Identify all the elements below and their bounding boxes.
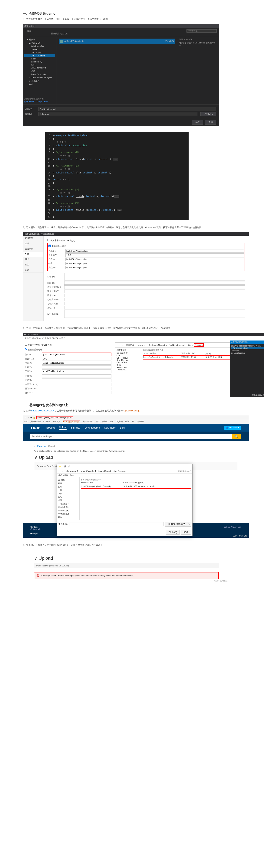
tree-item[interactable]: ▷ 联机 — [24, 83, 55, 86]
filter-select[interactable]: 所有支持的类型 — [165, 522, 191, 527]
pkg-ver-input[interactable] — [42, 357, 111, 361]
nav-docs[interactable]: Documentation — [85, 427, 100, 429]
sidebar-item[interactable]: 应用程序 — [23, 236, 43, 241]
open-button[interactable]: 打开(O) — [166, 530, 180, 535]
desc-input[interactable] — [64, 273, 245, 280]
tree-item-selected[interactable]: .NET Standard — [24, 54, 55, 57]
error-icon: ✕ — [36, 574, 39, 577]
name-input[interactable] — [38, 107, 216, 111]
dialog-file-list[interactable]: 名称 修改日期 类型 大小 netstandard2.02019/10/24 1… — [80, 477, 192, 520]
tree-item[interactable]: ▲ Visual C# — [24, 41, 55, 44]
tree-item[interactable]: .NET Core — [24, 51, 55, 54]
section1-title: 一、创建公共库demo — [23, 11, 241, 16]
projurl-input[interactable] — [64, 289, 245, 293]
nav-upload[interactable]: Upload — [59, 426, 67, 430]
sidebar-item[interactable]: 调试 — [23, 257, 43, 262]
nav-packages[interactable]: Packages — [45, 427, 55, 429]
tree-item[interactable]: ▷ Azure Data Lake — [24, 73, 55, 76]
step-2-2: 2、如果提示下面这个，说明你的包id被占用了，在程序里面修改包ID再打包试下 — [23, 544, 241, 547]
license-checkbox[interactable] — [49, 245, 51, 247]
gen-nuget-checkbox[interactable] — [47, 239, 50, 241]
search-button[interactable]: 🔍 — [232, 434, 241, 439]
template-list: 类库(.NET Standard) Visual C# — [57, 36, 177, 104]
solution-explorer[interactable]: 解决方案资源管理器 解决方案'TestNugetUpload'(1 个项目) ▲… — [230, 341, 264, 397]
cancel-button[interactable]: 取消 — [205, 120, 216, 125]
nuget-link[interactable]: https://www.nuget.org/ — [31, 409, 54, 412]
explorer-tree[interactable]: # 快速访问 uni-app相关 CLI Qt_HouseUI Xml_Read… — [115, 348, 142, 374]
tree-item[interactable]: Extensibility — [24, 60, 55, 63]
sidebar-item[interactable]: 签名 — [23, 262, 43, 267]
dialog-sidebar[interactable]: 3D 对象 视频 图片 文档 下载 音乐 桌面 本地磁盘 (C:) 本地磁盘 (… — [57, 477, 80, 520]
cancel-button[interactable]: 取消 — [181, 530, 191, 535]
pkg-id-input[interactable] — [42, 352, 111, 356]
release-folder[interactable]: Release — [194, 343, 204, 347]
filename-input[interactable] — [70, 522, 163, 526]
licurl-input[interactable] — [42, 383, 111, 386]
sidebar-item-package[interactable]: 打包 — [23, 251, 43, 257]
pkg-author-input[interactable] — [42, 361, 111, 365]
csharp-icon — [60, 40, 63, 43]
recent-node[interactable]: ▷ 最近 — [25, 30, 31, 32]
installed-node[interactable]: ▲ 已安装 — [24, 38, 55, 41]
copyright-input[interactable] — [42, 378, 111, 382]
editor-tabs: TestNugetUpload ▸ × Caculation.cs — [23, 232, 249, 236]
repotype-input[interactable] — [64, 302, 245, 305]
nav-downloads[interactable]: Downloads — [104, 427, 115, 429]
copyright-input[interactable] — [64, 281, 245, 285]
props-sidebar: 应用程序 生成 生成事件 打包 调试 签名 资源 — [23, 236, 44, 321]
ok-button[interactable]: 确定 — [192, 120, 203, 125]
tree-item[interactable]: 测试 — [24, 69, 55, 73]
project-tree[interactable]: ▲ 已安装 ▲ Visual C# Windows 桌面 ▷ Web .NET … — [23, 36, 57, 104]
nav-blog[interactable]: Blog — [120, 427, 125, 429]
tree-item[interactable]: Windows 桌面 — [24, 44, 55, 48]
tree-item[interactable]: ▷ 其他语言 — [24, 79, 55, 83]
step-1-3: 3、之后，右键项目，选择打包，就会生成一个nuget包到相应目录下，大家可以看下… — [23, 327, 241, 330]
desc-input[interactable] — [42, 374, 111, 378]
url-input[interactable]: www.nuget.org/packages/manage/upload — [36, 416, 73, 419]
browse-button[interactable]: 浏览(B)... — [201, 112, 216, 116]
license-checkbox[interactable] — [25, 348, 27, 350]
gen-nuget-checkbox[interactable] — [25, 343, 27, 346]
sidebar-item[interactable]: 生成事件 — [23, 246, 43, 251]
sidebar-item[interactable]: 生成 — [23, 241, 43, 246]
user-menu[interactable]: 👤 luoocean ▾ — [224, 426, 241, 430]
tree-item[interactable]: ▷ Web — [24, 48, 55, 51]
back-icon[interactable]: ← — [24, 416, 26, 418]
vs-new-project-dialog: 添加新项目 ▷ 最近 排序依据：默认值 ▲ 已安装 ▲ Visual C# Wi… — [23, 24, 219, 126]
tree-item[interactable]: ▷ Azure Stream Analytics — [24, 76, 55, 79]
nav-stats[interactable]: Statistics — [71, 427, 80, 429]
selected-nupkg[interactable]: ly.zhd.TestNugetUpload.1.0.0.nupkg2019/1… — [81, 485, 191, 489]
pkg-ver-input[interactable] — [65, 253, 244, 257]
pkg-id-input[interactable] — [65, 249, 244, 253]
watermark: CSDN @QM Stu — [252, 394, 264, 396]
dialog-address[interactable]: ← → ↑ « luoyang › TestNugetUpload › Test… — [57, 469, 192, 474]
licurl-input[interactable] — [64, 285, 245, 289]
sidebar-item[interactable]: 资源 — [23, 267, 43, 273]
reload-icon[interactable]: ⟳ — [30, 416, 32, 418]
nuget-logo[interactable]: ◆ nuget — [30, 426, 41, 429]
tree-item[interactable]: WCF — [24, 63, 55, 66]
crumb-packages[interactable]: Packages — [37, 445, 46, 447]
forward-icon[interactable]: → — [27, 416, 29, 418]
notes-input[interactable] — [64, 310, 245, 318]
pkg-product-input[interactable] — [65, 266, 244, 269]
pkg-product-input[interactable] — [42, 370, 111, 373]
iconurl-input[interactable] — [42, 391, 111, 394]
open-installer-link[interactable]: 打开 Visual Studio 安装程序 — [24, 100, 55, 103]
tree-item[interactable]: Cloud — [24, 57, 55, 60]
pkg-author-input[interactable] — [65, 257, 244, 261]
template-name: 类库(.NET Standard) — [64, 40, 83, 43]
tree-item[interactable]: ZHD.Framework — [24, 66, 55, 69]
bookmarks-bar: 应用其他书签 (2)常用网址网页工具H5 & 微信 & 小程序火狐常用网址百度收… — [23, 420, 249, 424]
pkg-company-input[interactable] — [42, 365, 111, 369]
pkg-company-input[interactable] — [65, 262, 244, 265]
tags-input[interactable] — [64, 306, 245, 309]
iconurl-input[interactable] — [64, 294, 245, 297]
search-input[interactable] — [186, 29, 217, 33]
location-input[interactable] — [38, 112, 197, 116]
search-bar: 🔍 — [23, 432, 249, 441]
search-input[interactable] — [30, 434, 232, 439]
repourl-input[interactable] — [64, 298, 245, 301]
projurl-input[interactable] — [42, 387, 111, 390]
template-item[interactable]: 类库(.NET Standard) Visual C# — [59, 38, 175, 44]
